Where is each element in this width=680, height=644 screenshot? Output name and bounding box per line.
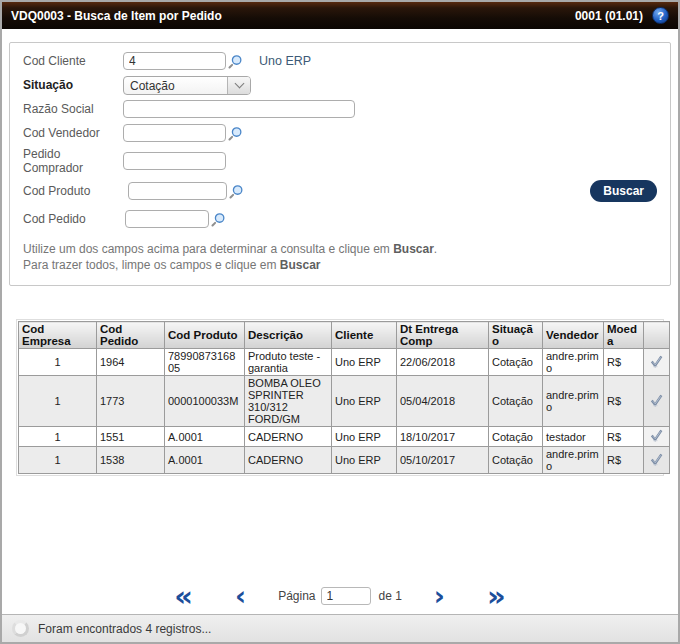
razao-social-input[interactable] — [123, 100, 355, 118]
previous-page-button[interactable]: ‹ — [235, 587, 246, 605]
cell-situacao: Cotação — [489, 447, 543, 474]
check-icon[interactable] — [644, 447, 670, 474]
cod-produto-input[interactable] — [128, 182, 227, 200]
cell-vendedor: testador — [543, 427, 604, 447]
magnifier-icon[interactable] — [228, 126, 243, 141]
form-row-situacao: SituaçãoCotação — [23, 75, 658, 95]
column-header-cod-produto: Cod Produto — [165, 322, 245, 349]
cell-descricao: BOMBA OLEO SPRINTER 310/312 FORD/GM — [245, 376, 332, 427]
cell-dt-entrega-comp: 18/10/2017 — [397, 427, 489, 447]
cell-moeda: R$ — [604, 349, 644, 376]
results-table: Cod EmpresaCod PedidoCod ProdutoDescriçã… — [18, 321, 670, 474]
buscar-button[interactable]: Buscar — [590, 180, 657, 202]
field-label-cod-pedido: Cod Pedido — [23, 212, 123, 226]
status-message: Foram encontrados 4 registros... — [38, 622, 211, 636]
cell-cliente: Uno ERP — [332, 376, 397, 427]
situacao-select[interactable]: Cotação — [123, 76, 251, 95]
form-row-cod-cliente: Cod ClienteUno ERP — [23, 51, 658, 71]
cell-dt-entrega-comp: 05/04/2018 — [397, 376, 489, 427]
cell-situacao: Cotação — [489, 349, 543, 376]
field-label-cod-produto: Cod Produto — [23, 184, 123, 198]
table-row[interactable]: 119647899087316805Produto teste - garant… — [19, 349, 670, 376]
table-row[interactable]: 11551A.0001CADERNOUno ERP18/10/2017Cotaç… — [19, 427, 670, 447]
cell-cliente: Uno ERP — [332, 447, 397, 474]
question-mark-icon[interactable]: ? — [652, 7, 669, 24]
loading-circle-icon — [12, 620, 29, 637]
check-icon[interactable] — [644, 349, 670, 376]
cell-moeda: R$ — [604, 447, 644, 474]
form-hints: Utilize um dos campos acima para determi… — [23, 241, 658, 273]
magnifier-icon[interactable] — [228, 54, 243, 69]
cell-vendedor: andre.primo — [543, 376, 604, 427]
field-label-pedido-comprador: Pedido Comprador — [23, 147, 123, 175]
cell-cod-produto: 0000100033M — [165, 376, 245, 427]
first-page-button[interactable]: « — [174, 587, 193, 605]
magnifier-icon[interactable] — [211, 212, 226, 227]
table-row[interactable]: 11538A.0001CADERNOUno ERP05/10/2017Cotaç… — [19, 447, 670, 474]
app-window: VDQ0003 - Busca de Item por Pedido 0001 … — [0, 0, 680, 644]
check-icon[interactable] — [644, 376, 670, 427]
cod-cliente-input[interactable] — [123, 52, 226, 70]
cell-vendedor: andre.primo — [543, 349, 604, 376]
chevron-down-icon[interactable] — [227, 77, 250, 94]
form-row-cod-produto: Cod Produto — [23, 181, 658, 201]
column-header-vendedor: Vendedor — [543, 322, 604, 349]
search-form-panel: Cod ClienteUno ERPSituaçãoCotaçãoRazão S… — [9, 42, 671, 286]
next-page-button[interactable]: › — [434, 587, 445, 605]
field-label-cod-vendedor: Cod Vendedor — [23, 126, 123, 140]
field-label-cod-cliente: Cod Cliente — [23, 54, 123, 68]
cell-cod-pedido: 1538 — [97, 447, 165, 474]
page-title: VDQ0003 - Busca de Item por Pedido — [11, 9, 222, 23]
client-name-label: Uno ERP — [259, 54, 311, 68]
last-page-button[interactable]: » — [487, 587, 506, 605]
column-header-dt-entrega-comp: Dt Entrega Comp — [397, 322, 489, 349]
cell-cod-empresa: 1 — [19, 427, 97, 447]
hint-line-2: Para trazer todos, limpe os campos e cli… — [23, 257, 658, 273]
pagination: « ‹ Página de 1 › » — [2, 587, 678, 605]
form-row-pedido-comprador: Pedido Comprador — [23, 147, 658, 175]
cell-cod-pedido: 1964 — [97, 349, 165, 376]
cell-situacao: Cotação — [489, 376, 543, 427]
cell-cod-empresa: 1 — [19, 376, 97, 427]
column-header-actions — [644, 322, 670, 349]
page-label: Página — [278, 589, 315, 603]
page-of-label: de 1 — [379, 589, 402, 603]
results-table-wrap: Cod EmpresaCod PedidoCod ProdutoDescriçã… — [16, 319, 664, 476]
cell-cod-pedido: 1773 — [97, 376, 165, 427]
cell-situacao: Cotação — [489, 427, 543, 447]
cell-dt-entrega-comp: 05/10/2017 — [397, 447, 489, 474]
cod-pedido-input[interactable] — [125, 210, 209, 228]
status-bar: Foram encontrados 4 registros... — [2, 614, 678, 642]
cell-moeda: R$ — [604, 376, 644, 427]
hint-line-1: Utilize um dos campos acima para determi… — [23, 241, 658, 257]
field-label-situacao: Situação — [23, 78, 123, 92]
cell-cod-pedido: 1551 — [97, 427, 165, 447]
cell-descricao: CADERNO — [245, 447, 332, 474]
column-header-descricao: Descrição — [245, 322, 332, 349]
column-header-cod-pedido: Cod Pedido — [97, 322, 165, 349]
cell-cliente: Uno ERP — [332, 427, 397, 447]
column-header-moeda: Moeda — [604, 322, 644, 349]
cod-vendedor-input[interactable] — [123, 124, 226, 142]
title-bar: VDQ0003 - Busca de Item por Pedido 0001 … — [2, 2, 678, 29]
magnifier-icon[interactable] — [229, 184, 244, 199]
cell-cod-produto: A.0001 — [165, 447, 245, 474]
cell-dt-entrega-comp: 22/06/2018 — [397, 349, 489, 376]
table-row[interactable]: 117730000100033MBOMBA OLEO SPRINTER 310/… — [19, 376, 670, 427]
field-label-razao-social: Razão Social — [23, 102, 123, 116]
cell-cod-produto: A.0001 — [165, 427, 245, 447]
selected-value: Cotação — [124, 77, 227, 94]
form-fields: Cod ClienteUno ERPSituaçãoCotaçãoRazão S… — [23, 51, 658, 229]
page-number-input[interactable] — [321, 587, 371, 605]
pedido-comprador-input[interactable] — [123, 152, 226, 170]
cell-vendedor: andre.primo — [543, 447, 604, 474]
column-header-cliente: Cliente — [332, 322, 397, 349]
version-label: 0001 (01.01) — [575, 9, 643, 23]
cell-cod-produto: 7899087316805 — [165, 349, 245, 376]
column-header-cod-empresa: Cod Empresa — [19, 322, 97, 349]
check-icon[interactable] — [644, 427, 670, 447]
cell-cod-empresa: 1 — [19, 349, 97, 376]
cell-cod-empresa: 1 — [19, 447, 97, 474]
form-row-cod-vendedor: Cod Vendedor — [23, 123, 658, 143]
form-row-razao-social: Razão Social — [23, 99, 658, 119]
